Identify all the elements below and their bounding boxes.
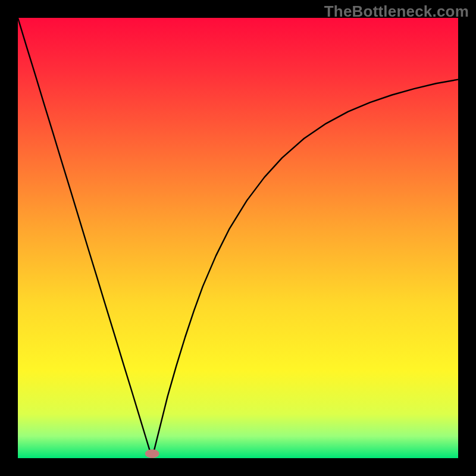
min-marker (145, 449, 159, 458)
chart-canvas (0, 0, 476, 476)
chart-frame: TheBottleneck.com (0, 0, 476, 476)
watermark-label: TheBottleneck.com (324, 2, 469, 21)
plot-background (18, 18, 458, 458)
